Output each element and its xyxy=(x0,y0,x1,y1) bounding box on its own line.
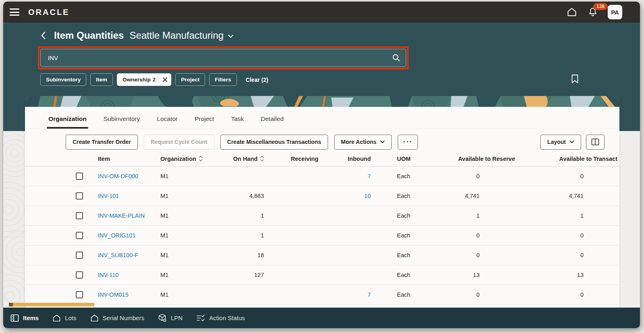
uom-cell: Each xyxy=(371,212,415,219)
organization-cell: M1 xyxy=(160,193,215,199)
search-input[interactable] xyxy=(40,49,406,67)
organization-cell: M1 xyxy=(160,252,215,258)
home-icon[interactable] xyxy=(566,6,578,18)
dock-item-lpn[interactable]: LPN xyxy=(158,314,183,322)
bottom-dock: Items Lots Serial Numbers LPN Action Sta… xyxy=(3,308,640,328)
menu-icon[interactable] xyxy=(10,8,19,16)
items-icon xyxy=(10,314,19,322)
close-icon[interactable] xyxy=(162,77,168,82)
available-to-transact-cell: 0 xyxy=(515,232,619,239)
available-to-transact-cell: 0 xyxy=(515,173,619,179)
item-link[interactable]: INV-101 xyxy=(98,193,119,199)
dock-item-items[interactable]: Items xyxy=(10,314,39,322)
item-link[interactable]: INV-110 xyxy=(98,272,118,278)
tab-organization[interactable]: Organization xyxy=(48,115,87,129)
available-to-transact-cell: 1 xyxy=(515,212,619,219)
row-checkbox[interactable] xyxy=(76,192,83,200)
item-link[interactable]: INV_SUB100-F xyxy=(98,252,138,258)
page-title: Item Quantities xyxy=(54,30,124,41)
tab-project[interactable]: Project xyxy=(194,115,215,129)
organization-context-label: Seattle Manufacturing xyxy=(129,30,223,41)
split-view-button[interactable] xyxy=(586,135,605,150)
action-status-icon xyxy=(196,314,205,322)
chevron-down-icon xyxy=(228,34,234,38)
tab-task[interactable]: Task xyxy=(230,115,245,129)
column-header-receiving[interactable]: Receiving xyxy=(264,156,318,162)
filter-chip-item[interactable]: Item xyxy=(90,73,113,86)
lot-icon xyxy=(52,314,61,322)
title-bar: Item Quantities Seattle Manufacturing xyxy=(40,30,234,41)
table-header: Item Organization On Hand Receiving Inbo… xyxy=(25,151,619,166)
inbound-link[interactable]: 7 xyxy=(368,173,371,179)
column-header-organization[interactable]: Organization xyxy=(160,156,215,162)
layout-button[interactable]: Layout xyxy=(540,135,581,150)
inbound-link[interactable]: 10 xyxy=(364,193,371,199)
on-hand-cell: 18 xyxy=(215,252,264,258)
filter-chip-count: 2 xyxy=(153,77,156,83)
top-bar: ORACLE 138 PA xyxy=(3,2,640,23)
on-hand-cell: 1 xyxy=(215,232,264,239)
column-header-available-to-reserve[interactable]: Available to Reserve xyxy=(415,156,515,162)
organization-context-selector[interactable]: Seattle Manufacturing xyxy=(129,30,233,41)
chip-divider xyxy=(159,77,159,83)
row-checkbox[interactable] xyxy=(76,173,83,180)
item-link[interactable]: INV-OM015 xyxy=(98,291,129,298)
available-to-reserve-cell: 4,741 xyxy=(415,193,515,199)
on-hand-cell: 127 xyxy=(215,272,264,278)
create-transfer-order-button[interactable]: Create Transfer Order xyxy=(66,135,138,150)
column-header-inbound[interactable]: Inbound xyxy=(318,156,371,162)
row-checkbox[interactable] xyxy=(76,291,83,298)
uom-cell: Each xyxy=(371,232,415,239)
table-row: INV_ORIG101 M1 1 Each 0 0 xyxy=(25,226,619,246)
column-header-item[interactable]: Item xyxy=(98,156,160,162)
item-link[interactable]: INV-MAKE-PLAIN xyxy=(98,212,145,219)
table-row: INV_SUB100-F M1 18 Each 0 0 xyxy=(25,246,619,265)
notification-badge: 138 xyxy=(593,3,608,10)
tab-detailed[interactable]: Detailed xyxy=(260,115,285,129)
table-body: INV-OM-DF000 M1 7 Each 0 0 INV-101 M1 4,… xyxy=(25,166,619,305)
column-header-on-hand[interactable]: On Hand xyxy=(215,156,264,162)
item-link[interactable]: INV-OM-DF000 xyxy=(98,173,138,179)
notifications-bell-icon[interactable]: 138 xyxy=(587,6,599,18)
column-header-uom[interactable]: UOM xyxy=(371,156,415,162)
row-checkbox[interactable] xyxy=(76,232,83,239)
bookmark-icon[interactable] xyxy=(571,74,579,85)
column-header-available-to-transact[interactable]: Available to Transact xyxy=(515,156,619,162)
dock-item-serial-numbers[interactable]: Serial Numbers xyxy=(90,314,144,322)
create-miscellaneous-transactions-button[interactable]: Create Miscellaneous Transactions xyxy=(220,135,328,150)
decorative-banner xyxy=(25,96,619,107)
row-checkbox[interactable] xyxy=(76,212,83,219)
tab-locator[interactable]: Locator xyxy=(156,115,179,129)
serial-number-icon xyxy=(90,314,99,322)
back-button[interactable] xyxy=(40,31,46,40)
filter-chip-ownership[interactable]: Ownership 2 xyxy=(117,73,171,86)
inbound-link[interactable]: 7 xyxy=(368,291,371,298)
filter-chip-filters[interactable]: Filters xyxy=(209,73,237,86)
table-row: INV-101 M1 4,883 10 Each 4,741 4,741 xyxy=(25,186,619,206)
dock-item-action-status[interactable]: Action Status xyxy=(196,314,245,322)
filter-chip-project[interactable]: Project xyxy=(175,73,205,86)
more-actions-button[interactable]: More Actions xyxy=(334,135,392,150)
overflow-menu-button[interactable]: ··· xyxy=(398,135,418,150)
table-toolbar: Create Transfer Order Request Cycle Coun… xyxy=(25,129,619,150)
user-avatar[interactable]: PA xyxy=(608,5,622,19)
on-hand-cell: 1 xyxy=(215,212,264,219)
filter-chip-subinventory[interactable]: Subinventory xyxy=(40,73,86,86)
sort-icon xyxy=(199,156,203,162)
table-row: INV-110 M1 127 Each 13 13 xyxy=(25,265,619,285)
row-checkbox[interactable] xyxy=(76,252,83,259)
tab-subinventory[interactable]: Subinventory xyxy=(103,115,141,129)
available-to-transact-cell: 0 xyxy=(515,291,619,298)
available-to-transact-cell: 0 xyxy=(515,252,619,258)
topbar-actions: 138 PA xyxy=(566,2,640,23)
dock-item-lots[interactable]: Lots xyxy=(52,314,76,322)
clear-filters-link[interactable]: Clear (2) xyxy=(246,77,268,83)
search-area xyxy=(40,49,406,67)
horizontal-scrollbar[interactable] xyxy=(9,303,94,306)
lpn-package-icon xyxy=(158,314,167,322)
row-checkbox[interactable] xyxy=(76,271,83,279)
search-icon[interactable] xyxy=(392,53,401,64)
filter-chips-row: Subinventory Item Ownership 2 Project Fi… xyxy=(40,73,268,86)
results-card: Organization Subinventory Locator Projec… xyxy=(25,96,619,308)
item-link[interactable]: INV_ORIG101 xyxy=(98,232,136,239)
